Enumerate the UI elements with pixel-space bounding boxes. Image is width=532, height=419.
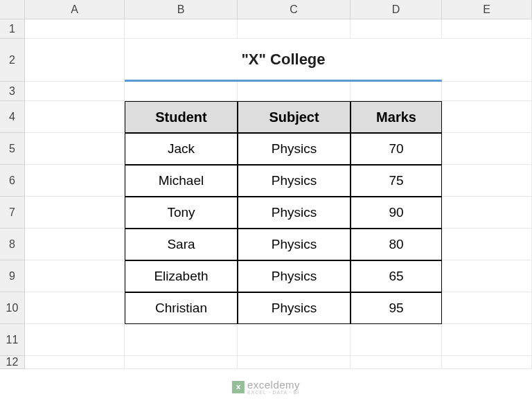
table-row[interactable]: 80 bbox=[351, 229, 442, 260]
cell-d3[interactable] bbox=[351, 82, 442, 101]
cell-d1[interactable] bbox=[351, 19, 442, 39]
table-row[interactable]: Physics bbox=[238, 197, 351, 229]
cell-b1[interactable] bbox=[125, 19, 238, 39]
cell-e5[interactable] bbox=[442, 133, 532, 165]
col-header-b[interactable]: B bbox=[125, 0, 238, 19]
table-header-subject[interactable]: Subject bbox=[238, 101, 351, 133]
cell-a5[interactable] bbox=[25, 133, 125, 165]
row-header-4[interactable]: 4 bbox=[0, 101, 25, 133]
row-header-2[interactable]: 2 bbox=[0, 39, 25, 82]
cell-a1[interactable] bbox=[25, 19, 125, 39]
cell-a9[interactable] bbox=[25, 260, 125, 292]
cell-e9[interactable] bbox=[442, 260, 532, 292]
cell-c3[interactable] bbox=[238, 82, 351, 101]
table-row[interactable]: Physics bbox=[238, 229, 351, 260]
table-row[interactable]: Sara bbox=[125, 229, 238, 260]
row-header-10[interactable]: 10 bbox=[0, 292, 25, 324]
table-row[interactable]: Physics bbox=[238, 292, 351, 324]
table-row[interactable]: Physics bbox=[238, 165, 351, 197]
row-header-9[interactable]: 9 bbox=[0, 260, 25, 292]
cell-e12[interactable] bbox=[442, 356, 532, 369]
cell-e6[interactable] bbox=[442, 165, 532, 197]
row-header-7[interactable]: 7 bbox=[0, 197, 25, 229]
cell-a2[interactable] bbox=[25, 39, 125, 82]
table-row[interactable]: 65 bbox=[351, 260, 442, 292]
cell-a8[interactable] bbox=[25, 229, 125, 260]
cell-e10[interactable] bbox=[442, 292, 532, 324]
excel-icon bbox=[232, 381, 245, 393]
cell-b3[interactable] bbox=[125, 82, 238, 101]
table-row[interactable]: 95 bbox=[351, 292, 442, 324]
row-header-1[interactable]: 1 bbox=[0, 19, 25, 39]
col-header-a[interactable]: A bbox=[25, 0, 125, 19]
select-all-corner[interactable] bbox=[0, 0, 25, 19]
table-row[interactable]: 90 bbox=[351, 197, 442, 229]
row-header-5[interactable]: 5 bbox=[0, 133, 25, 165]
cell-e3[interactable] bbox=[442, 82, 532, 101]
watermark-sub: EXCEL · DATA · BI bbox=[247, 390, 300, 395]
watermark: exceldemy EXCEL · DATA · BI bbox=[232, 380, 300, 395]
cell-a10[interactable] bbox=[25, 292, 125, 324]
cell-e2[interactable] bbox=[442, 39, 532, 82]
table-header-marks[interactable]: Marks bbox=[351, 101, 442, 133]
cell-a3[interactable] bbox=[25, 82, 125, 101]
cell-e4[interactable] bbox=[442, 101, 532, 133]
cell-d12[interactable] bbox=[351, 356, 442, 369]
col-header-c[interactable]: C bbox=[238, 0, 351, 19]
watermark-main: exceldemy bbox=[247, 380, 300, 390]
watermark-text: exceldemy EXCEL · DATA · BI bbox=[247, 380, 300, 395]
row-header-6[interactable]: 6 bbox=[0, 165, 25, 197]
cell-a12[interactable] bbox=[25, 356, 125, 369]
cell-c12[interactable] bbox=[238, 356, 351, 369]
table-row[interactable]: Elizabeth bbox=[125, 260, 238, 292]
title-cell[interactable]: "X" College bbox=[125, 39, 442, 82]
cell-a4[interactable] bbox=[25, 101, 125, 133]
table-header-student[interactable]: Student bbox=[125, 101, 238, 133]
cell-c11[interactable] bbox=[238, 324, 351, 356]
cell-b12[interactable] bbox=[125, 356, 238, 369]
cell-e1[interactable] bbox=[442, 19, 532, 39]
row-header-8[interactable]: 8 bbox=[0, 229, 25, 260]
row-header-12[interactable]: 12 bbox=[0, 356, 25, 369]
row-header-11[interactable]: 11 bbox=[0, 324, 25, 356]
table-row[interactable]: Christian bbox=[125, 292, 238, 324]
cell-c1[interactable] bbox=[238, 19, 351, 39]
col-header-e[interactable]: E bbox=[442, 0, 532, 19]
cell-d11[interactable] bbox=[351, 324, 442, 356]
cell-a6[interactable] bbox=[25, 165, 125, 197]
row-header-3[interactable]: 3 bbox=[0, 82, 25, 101]
cell-b11[interactable] bbox=[125, 324, 238, 356]
table-row[interactable]: Tony bbox=[125, 197, 238, 229]
col-header-d[interactable]: D bbox=[351, 0, 442, 19]
cell-a11[interactable] bbox=[25, 324, 125, 356]
table-row[interactable]: 70 bbox=[351, 133, 442, 165]
cell-e8[interactable] bbox=[442, 229, 532, 260]
table-row[interactable]: Physics bbox=[238, 133, 351, 165]
table-row[interactable]: Michael bbox=[125, 165, 238, 197]
table-row[interactable]: 75 bbox=[351, 165, 442, 197]
cell-a7[interactable] bbox=[25, 197, 125, 229]
table-row[interactable]: Physics bbox=[238, 260, 351, 292]
cell-e11[interactable] bbox=[442, 324, 532, 356]
spreadsheet-grid: A B C D E 1 2 "X" College 3 4 Student Su… bbox=[0, 0, 532, 369]
table-row[interactable]: Jack bbox=[125, 133, 238, 165]
cell-e7[interactable] bbox=[442, 197, 532, 229]
